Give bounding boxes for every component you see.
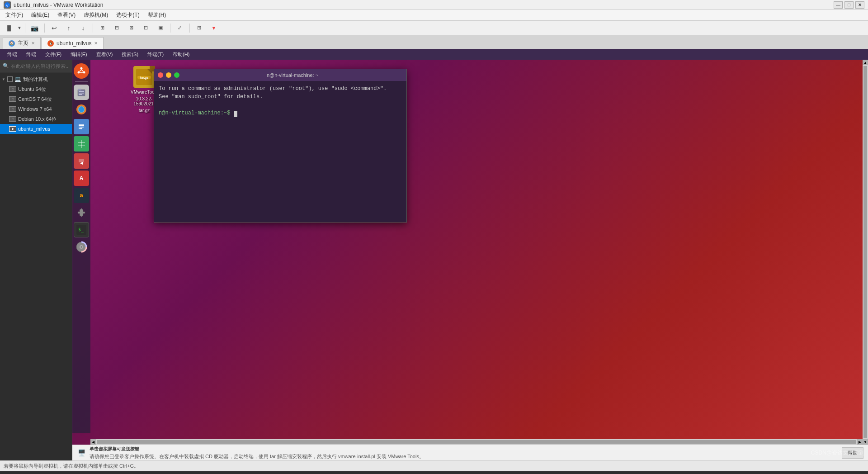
tree-item-centos[interactable]: □ CentOS 7 64位 [0, 94, 72, 104]
svg-rect-11 [79, 91, 84, 92]
terminal-line-2: See "man sudo_root" for details. [159, 93, 402, 101]
menu-view[interactable]: 查看(V) [54, 10, 79, 20]
toolbar-btn-7[interactable]: ⊡ [140, 23, 152, 33]
menu-tabs[interactable]: 选项卡(T) [113, 10, 143, 20]
terminal-text-1: To run a command as administrator (user … [159, 85, 387, 92]
menu-vm[interactable]: 虚拟机(M) [80, 10, 112, 20]
ubuntu-inner-menu: 终端 终端 文件(F) 编辑(E) 查看(V) 搜索(S) 终端(T) 帮助(H… [0, 49, 868, 60]
svg-text:A: A [80, 175, 84, 181]
scroll-up-arrow[interactable]: ▲ [863, 60, 868, 65]
toolbar-btn-11[interactable]: ▼ [208, 23, 220, 33]
inner-menu-file[interactable]: 文件(F) [42, 50, 65, 59]
inner-menu-terminal2[interactable]: 终端 [23, 50, 40, 59]
tree-item-debian[interactable]: □ Debian 10.x 64位 [0, 114, 72, 124]
dock-amazon-icon[interactable]: a [74, 188, 89, 203]
bottom-bar: 若要将鼠标向导到虚拟机，请在虚拟机内部单击或按 Ctrl+G。 [0, 460, 868, 471]
tab-home-close[interactable]: ✕ [31, 41, 35, 46]
dock-writer-icon[interactable]: W [74, 119, 89, 134]
scroll-right-arrow[interactable]: ▶ [857, 439, 863, 445]
menu-file[interactable]: 文件(F) [2, 10, 27, 20]
vm-hint-text: 单击虚拟屏幕可发送按键 [90, 446, 838, 452]
dock-calc-icon[interactable] [74, 136, 89, 152]
app-icon: V [4, 1, 11, 9]
toolbar-fullscreen[interactable]: ⊞ [96, 23, 109, 33]
inner-menu-help[interactable]: 帮助(H) [169, 50, 193, 59]
tab-ubuntu-close[interactable]: ✕ [94, 41, 98, 46]
toolbar-snapshot[interactable]: 📷 [28, 23, 41, 33]
terminal-body[interactable]: To run a command as administrator (user … [154, 81, 406, 222]
tree-item-win7[interactable]: □ Windows 7 x64 [0, 104, 72, 114]
tree-checkbox-root[interactable] [7, 76, 13, 82]
sidebar-search[interactable]: 🔍 [0, 60, 72, 72]
toolbar-btn-8[interactable]: ▣ [154, 23, 167, 33]
menu-help[interactable]: 帮助(H) [144, 10, 170, 20]
tab-home[interactable]: 🏠 主页 ✕ [3, 37, 41, 49]
terminal-minimize-button[interactable] [166, 72, 171, 78]
inner-menu-view[interactable]: 查看(V) [93, 50, 117, 59]
menu-edit[interactable]: 编辑(E) [28, 10, 53, 20]
sidebar: 🔍 ▼ 💻 我的计算机 □ Ubuntu 64位 □ CentOS 7 64位 [0, 60, 72, 460]
toolbar-btn-2[interactable]: ↑ [62, 23, 75, 33]
tab-bar: 🏠 主页 ✕ 🐧 ubuntu_milvus ✕ [0, 35, 868, 49]
toolbar-btn-9[interactable]: ⤢ [174, 23, 186, 33]
toolbar-btn-3[interactable]: ↓ [77, 23, 90, 33]
terminal-text-2: See "man sudo_root" for details. [159, 94, 263, 100]
maximize-button[interactable]: □ [844, 1, 854, 9]
dock-settings-icon[interactable] [74, 205, 89, 220]
scroll-left-arrow[interactable]: ◀ [90, 439, 96, 445]
tab-ubuntu[interactable]: 🐧 ubuntu_milvus ✕ [42, 37, 104, 49]
vm-icon-milvus: ▶ [9, 126, 16, 132]
toolbar-btn-10[interactable]: ⊞ [193, 23, 206, 33]
dock-dvd-icon[interactable] [74, 239, 89, 255]
title-bar: V ubuntu_milvus - VMware Workstation — □… [0, 0, 868, 10]
inner-menu-terminal1[interactable]: 终端 [4, 50, 21, 59]
terminal-line-1: To run a command as administrator (user … [159, 85, 402, 93]
scroll-thumb[interactable] [863, 66, 867, 438]
toolbar-btn-5[interactable]: ⊟ [111, 23, 123, 33]
svg-point-5 [78, 71, 80, 74]
home-tab-icon: 🏠 [9, 40, 15, 47]
toolbar-btn-1[interactable]: ↩ [48, 23, 61, 33]
inner-menu-search[interactable]: 搜索(S) [118, 50, 142, 59]
vm-area[interactable]: W [72, 60, 868, 460]
separator-1 [25, 24, 25, 33]
tree-label-milvus: ubuntu_milvus [18, 126, 50, 132]
terminal-maximize-button[interactable] [174, 72, 179, 78]
toolbar-pause[interactable]: ▐▌ [3, 23, 15, 33]
toolbar-btn-6[interactable]: ⊠ [125, 23, 138, 33]
tree-arrow-root: ▼ [2, 77, 5, 81]
terminal-window[interactable]: n@n-virtual-machine: ~ To run a command … [154, 69, 407, 223]
tree-root[interactable]: ▼ 💻 我的计算机 [0, 74, 72, 84]
close-button[interactable]: ✕ [855, 1, 864, 9]
bottom-scrollbar[interactable]: ◀ ▶ [90, 439, 863, 445]
right-scrollbar[interactable]: ▲ ▼ [863, 60, 868, 445]
inner-menu-edit[interactable]: 编辑(E) [67, 50, 91, 59]
scroll-down-arrow[interactable]: ▼ [863, 439, 868, 445]
svg-rect-12 [79, 93, 84, 94]
inner-menu-terminal3[interactable]: 终端(T) [144, 50, 167, 59]
toolbar-pause-dropdown[interactable]: ▼ [17, 25, 22, 30]
separator-2 [44, 24, 45, 33]
scroll-thumb-h[interactable] [97, 440, 856, 444]
svg-text:V: V [6, 4, 9, 8]
vm-icon-centos: □ [9, 96, 16, 102]
minimize-button[interactable]: — [834, 1, 843, 9]
ubuntu-logo-icon[interactable] [74, 63, 89, 79]
dock-impress-icon[interactable] [74, 153, 89, 169]
vm-icon-debian: □ [9, 116, 16, 122]
dock-files-icon[interactable] [74, 85, 89, 100]
dock-terminal-icon[interactable]: $_ [74, 222, 89, 237]
tree-item-ubuntu-milvus[interactable]: ▶ ubuntu_milvus [0, 124, 72, 134]
terminal-close-button[interactable] [158, 72, 163, 78]
dock-firefox-icon[interactable] [74, 102, 89, 117]
tree-item-ubuntu64[interactable]: □ Ubuntu 64位 [0, 84, 72, 94]
svg-rect-10 [78, 89, 81, 90]
tree-label-win7: Windows 7 x64 [18, 106, 52, 112]
vm-screen-icon[interactable]: 🖥️ [77, 448, 86, 457]
menu-bar: 文件(F) 编辑(E) 查看(V) 虚拟机(M) 选项卡(T) 帮助(H) [0, 10, 868, 21]
tab-home-label: 主页 [18, 39, 28, 47]
search-input[interactable] [11, 63, 69, 69]
svg-point-4 [83, 71, 85, 74]
svg-point-3 [80, 67, 83, 70]
dock-installer-icon[interactable]: A [74, 171, 89, 186]
